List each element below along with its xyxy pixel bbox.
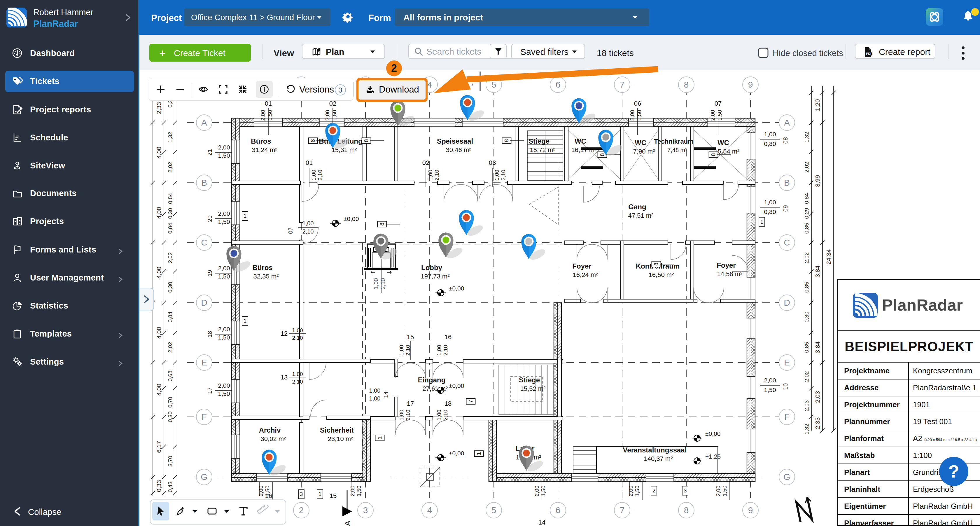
svg-text:16: 16 [265,492,272,499]
svg-text:0,33: 0,33 [156,480,162,492]
svg-text:17: 17 [207,387,213,394]
svg-text:2,10: 2,10 [302,228,314,235]
svg-text:1,00: 1,00 [764,199,776,206]
svg-text:0,30: 0,30 [167,411,173,422]
svg-text:2,00: 2,00 [764,377,776,384]
svg-text:1,50: 1,50 [717,110,723,121]
svg-text:D: D [201,298,207,308]
svg-text:G: G [783,472,790,481]
svg-text:1: 1 [377,437,383,440]
svg-text:3: 3 [363,505,368,515]
svg-text:Stiege: Stiege [519,376,540,384]
svg-text:A: A [784,118,790,127]
svg-text:08: 08 [782,137,789,143]
svg-text:3: 3 [684,488,687,494]
svg-text:1,00: 1,00 [292,371,303,377]
svg-text:Gang: Gang [628,203,646,211]
svg-text:1,00: 1,00 [436,410,442,421]
svg-text:4,00: 4,00 [156,147,162,159]
svg-text:0,43: 0,43 [167,481,173,493]
svg-text:1,00: 1,00 [292,327,303,333]
svg-text:18: 18 [207,331,213,338]
svg-text:1,50: 1,50 [218,334,230,341]
svg-text:1,32: 1,32 [803,424,810,435]
svg-text:01: 01 [265,100,272,107]
svg-text:1,50: 1,50 [218,273,230,280]
svg-text:Technikraum: Technikraum [654,138,693,145]
svg-text:31,24 m²: 31,24 m² [252,146,277,153]
svg-text:2,10: 2,10 [434,170,440,181]
svg-text:2: 2 [652,488,655,494]
svg-text:2,00: 2,00 [349,486,356,497]
svg-text:2,03: 2,03 [814,391,821,403]
svg-text:2,00: 2,00 [628,486,634,497]
svg-text:1,00: 1,00 [398,410,404,421]
svg-text:4,00: 4,00 [156,384,162,396]
svg-text:2,10: 2,10 [500,170,506,181]
svg-text:140,37 m²: 140,37 m² [644,455,673,462]
svg-text:1,50: 1,50 [218,152,230,159]
svg-text:E: E [784,357,790,367]
svg-text:WC: WC [574,137,586,145]
svg-text:2,00: 2,00 [710,110,716,121]
svg-text:18: 18 [444,400,452,407]
svg-text:C: C [784,237,790,247]
svg-text:1,00: 1,00 [302,220,314,226]
svg-text:24,34: 24,34 [825,249,832,265]
svg-text:2,10: 2,10 [405,410,411,421]
svg-text:8: 8 [710,153,716,156]
svg-text:0,84: 0,84 [167,311,173,322]
svg-text:9: 9 [748,505,753,515]
svg-text:9: 9 [748,80,753,89]
svg-text:±0,00: ±0,00 [449,285,464,292]
svg-text:2,10: 2,10 [317,170,323,181]
svg-text:E: E [201,357,207,367]
svg-text:3: 3 [300,491,303,497]
svg-text:30,02 m²: 30,02 m² [261,435,286,443]
svg-text:D: D [784,298,790,308]
svg-text:±0,00: ±0,00 [449,383,464,389]
svg-text:1,50: 1,50 [356,486,362,497]
svg-text:16,50 m²: 16,50 m² [649,271,674,279]
svg-text:7,90 m²: 7,90 m² [633,148,655,155]
svg-text:1,00: 1,00 [494,170,500,181]
svg-text:1,50: 1,50 [636,110,642,121]
svg-text:1,50: 1,50 [331,110,337,121]
svg-text:4,00: 4,00 [156,327,162,339]
svg-text:2,02: 2,02 [167,162,173,173]
svg-text:±0,00: ±0,00 [449,450,464,456]
svg-text:0,84: 0,84 [803,193,810,204]
svg-text:3,84: 3,84 [814,265,821,277]
svg-text:0,84: 0,84 [167,193,173,204]
svg-text:01: 01 [305,159,313,166]
svg-text:Foyer: Foyer [717,261,736,269]
svg-text:02: 02 [329,100,336,107]
svg-text:4: 4 [427,505,432,515]
svg-text:1,50: 1,50 [764,386,776,393]
svg-text:16,24 m²: 16,24 m² [573,271,598,279]
svg-text:3,70: 3,70 [167,456,173,467]
svg-text:1,00: 1,00 [369,395,381,402]
svg-text:- A: - A [343,520,352,526]
svg-text:1,00: 1,00 [398,345,404,356]
svg-text:2,00: 2,00 [218,382,230,389]
svg-text:PDF: PDF [866,52,873,56]
svg-text:1,50: 1,50 [218,218,230,225]
svg-text:197,73 m²: 197,73 m² [421,273,449,280]
svg-text:2,00: 2,00 [218,144,230,151]
svg-text:1,50: 1,50 [540,486,546,497]
svg-text:2,10: 2,10 [405,345,411,356]
svg-text:2,02: 2,02 [803,252,810,263]
svg-text:1: 1 [760,218,764,225]
svg-text:1: 1 [318,491,322,497]
svg-text:F: F [784,412,789,421]
svg-text:8: 8 [684,80,689,89]
svg-text:1,50: 1,50 [218,390,230,397]
svg-text:1,00: 1,00 [373,278,379,290]
svg-text:2,00: 2,00 [260,110,266,121]
svg-text:15: 15 [329,492,337,499]
svg-text:2,33: 2,33 [814,418,821,429]
svg-text:10: 10 [782,383,789,390]
svg-text:2,00: 2,00 [325,110,331,121]
svg-text:B: B [784,178,790,187]
